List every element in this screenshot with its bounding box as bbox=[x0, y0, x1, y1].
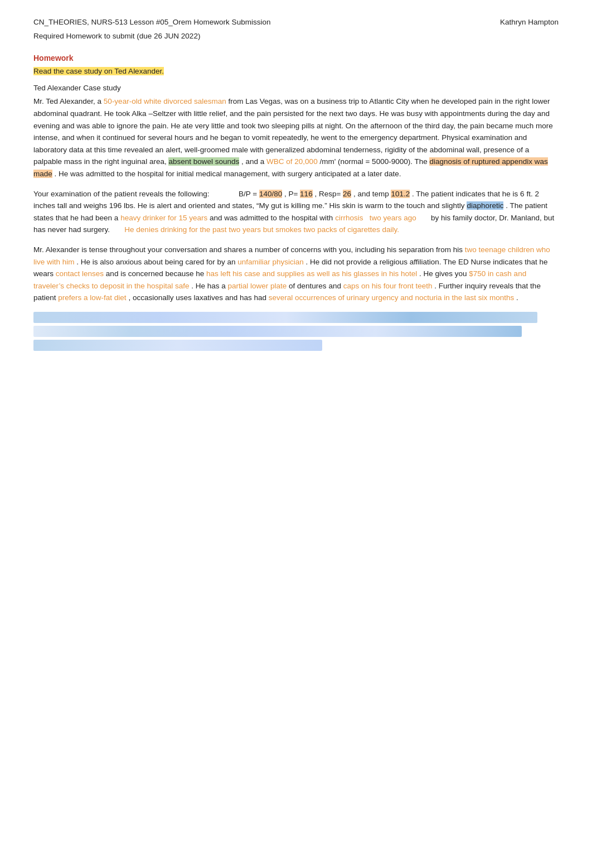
p2o-highlight: cirrhosis bbox=[335, 214, 363, 222]
p1c: from Las Vegas, was on a business trip t… bbox=[33, 97, 553, 166]
p3r: and has had bbox=[225, 293, 266, 302]
p3n-highlight: caps on his four front teeth bbox=[343, 282, 433, 290]
p2f: , Resp= bbox=[314, 190, 341, 198]
p3g: and is concerned because he bbox=[106, 269, 204, 278]
p3t: . bbox=[516, 293, 518, 302]
homework-heading: Homework bbox=[33, 52, 559, 65]
header-right: Kathryn Hampton bbox=[500, 17, 559, 28]
header-left: CN_THEORIES, NURS-513 Lesson #05_Orem Ho… bbox=[33, 17, 270, 28]
p2m-highlight: heavy drinker for 15 years bbox=[120, 214, 207, 222]
p3p-highlight: prefers a low-fat diet bbox=[58, 293, 126, 302]
p3a: Mr. Alexander is tense throughout your c… bbox=[33, 245, 463, 254]
case-study-title: Ted Alexander Case study bbox=[33, 83, 559, 94]
p1b-highlight: 50-year-old white divorced salesman bbox=[104, 97, 226, 105]
p3i: . He gives you bbox=[419, 269, 467, 278]
p3f-highlight: contact lenses bbox=[56, 269, 104, 278]
p2n: and was admitted to the hospital with bbox=[210, 214, 333, 222]
p3c: . He is also anxious about being cared f… bbox=[76, 258, 235, 266]
p2d: , P= bbox=[284, 190, 298, 198]
homework-subheading: Read the case study on Ted Alexander. bbox=[33, 66, 559, 78]
p2i-highlight: 101.2 bbox=[391, 190, 410, 198]
p1a: Mr. Ted Alexander, a bbox=[33, 97, 101, 105]
p2b: B/P = bbox=[239, 190, 257, 198]
p1e: , and a bbox=[241, 157, 264, 166]
p2k-highlight: diaphoretic bbox=[467, 201, 503, 210]
p1d-highlight: absent bowel sounds bbox=[168, 157, 239, 166]
homework-label-block: Homework Read the case study on Ted Alex… bbox=[33, 52, 559, 78]
p2g-highlight: 26 bbox=[343, 190, 351, 198]
p2p-highlight: two years ago bbox=[370, 214, 416, 222]
p3s-highlight: several occurrences of urinary urgency a… bbox=[269, 293, 514, 302]
paragraph-2: Your examination of the patient reveals … bbox=[33, 188, 559, 236]
p2e-highlight: 116 bbox=[300, 190, 313, 198]
p3l-highlight: partial lower plate bbox=[228, 282, 287, 290]
p3h-highlight: has left his case and supplies as well a… bbox=[206, 269, 417, 278]
p1f-highlight: WBC of 20,000 bbox=[266, 157, 318, 166]
p1g: /mm' (normal = 5000-9000). The bbox=[319, 157, 427, 166]
p2r-highlight: He denies drinking for the past two year… bbox=[124, 225, 399, 234]
blurred-section bbox=[33, 312, 559, 351]
p2c-highlight: 140/80 bbox=[259, 190, 282, 198]
required-line: Required Homework to submit (due 26 JUN … bbox=[33, 31, 559, 42]
header: CN_THEORIES, NURS-513 Lesson #05_Orem Ho… bbox=[33, 17, 559, 28]
p2h: , and temp bbox=[353, 190, 389, 198]
p3d-highlight: unfamiliar physician bbox=[237, 258, 304, 266]
p2a: Your examination of the patient reveals … bbox=[33, 190, 209, 198]
paragraph-3: Mr. Alexander is tense throughout your c… bbox=[33, 244, 559, 304]
p3q: , occasionally uses laxatives bbox=[128, 293, 223, 302]
p3k: . He has a bbox=[191, 282, 226, 290]
paragraph-1: Mr. Ted Alexander, a 50-year-old white d… bbox=[33, 95, 559, 180]
p1i: . He was admitted to the hospital for in… bbox=[55, 170, 401, 178]
homework-subheading-text: Read the case study on Ted Alexander. bbox=[33, 67, 164, 75]
p3m: of dentures and bbox=[289, 282, 341, 290]
